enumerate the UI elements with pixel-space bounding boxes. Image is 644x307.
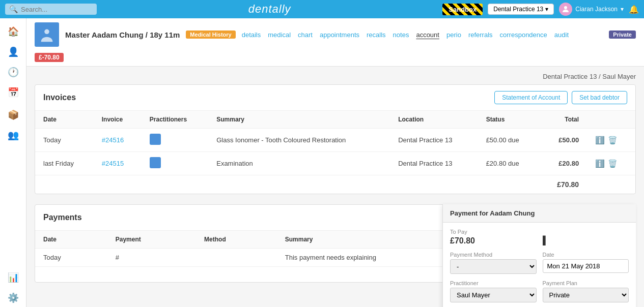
plan-col: Payment Plan Private xyxy=(543,280,629,302)
medical-history-badge[interactable]: Medical History xyxy=(186,30,235,39)
col-practitioners: Practitioners xyxy=(142,111,208,129)
invoice-date-1: Today xyxy=(35,129,94,152)
app-logo: dentally xyxy=(102,3,437,16)
sidebar-item-home[interactable]: 🏠 xyxy=(3,22,23,41)
delete-icon-1[interactable]: 🗑️ xyxy=(608,136,618,145)
user-name: Ciaran Jackson xyxy=(575,6,618,13)
total-actions-cell xyxy=(587,175,635,194)
invoice-location-1: Dental Practice 13 xyxy=(390,129,478,152)
nav-chart[interactable]: chart xyxy=(298,31,313,39)
set-bad-debtor-button[interactable]: Set bad debtor xyxy=(572,91,627,104)
info-icon-1[interactable]: ℹ️ xyxy=(595,136,605,145)
nav-perio[interactable]: perio xyxy=(446,31,461,39)
col-actions xyxy=(587,111,635,129)
practitioner-select[interactable]: Saul Mayer xyxy=(450,288,537,302)
sandbox-badge: Sandbox xyxy=(442,4,483,15)
notification-bell-icon[interactable]: 🔔 xyxy=(629,5,639,14)
invoices-table-header-row: Date Invoice Practitioners Summary Locat… xyxy=(35,111,635,129)
payment-date-input[interactable] xyxy=(543,259,629,273)
practice-selector[interactable]: Dental Practice 13 ▾ xyxy=(488,4,554,15)
invoice-practitioner-1 xyxy=(142,129,208,152)
nav-recalls[interactable]: recalls xyxy=(367,31,386,39)
invoice-status-1: £50.00 due xyxy=(478,129,540,152)
invoice-total-1: £50.00 xyxy=(540,129,587,152)
invoice-practitioner-2 xyxy=(142,152,208,175)
practitioner-icon-1 xyxy=(150,134,161,145)
pay-col-method: Method xyxy=(196,231,277,249)
plan-select[interactable]: Private xyxy=(543,288,629,302)
sidebar-item-reports[interactable]: 📊 xyxy=(3,268,23,287)
payment-popup: Payment for Aadam Chung To Pay £70.80 Pa… xyxy=(442,204,636,307)
search-input[interactable] xyxy=(21,6,92,13)
practitioner-icon-2 xyxy=(150,157,161,168)
invoices-grand-total: £70.80 xyxy=(540,175,587,194)
search-box[interactable]: 🔍 xyxy=(5,4,97,15)
sidebar-item-settings[interactable]: ⚙️ xyxy=(3,289,23,307)
sidebar-item-contacts[interactable]: 👥 xyxy=(3,126,23,144)
col-total: Total xyxy=(540,111,587,129)
col-summary: Summary xyxy=(208,111,390,129)
sidebar-item-history[interactable]: 🕐 xyxy=(3,63,23,81)
plan-label: Payment Plan xyxy=(543,280,629,286)
delete-icon-2[interactable]: 🗑️ xyxy=(608,159,618,168)
nav-notes[interactable]: notes xyxy=(393,31,409,39)
nav-appointments[interactable]: appointments xyxy=(320,31,359,39)
nav-details[interactable]: details xyxy=(242,31,261,39)
sidebar-item-inbox[interactable]: 📦 xyxy=(3,106,23,124)
payment-date-label: Date xyxy=(543,252,629,258)
invoice-number-2[interactable]: #24515 xyxy=(94,152,142,175)
main-layout: 🏠 👤 🕐 📅 📦 👥 📊 ⚙️ Master Aadam Chung / 18… xyxy=(0,18,644,307)
nav-account[interactable]: account xyxy=(416,31,439,39)
pay-col-payment: Payment xyxy=(107,231,196,249)
patient-name: Master Aadam Chung / 18y 11m xyxy=(65,30,180,39)
total-label-cell xyxy=(35,175,540,194)
sidebar-item-patients[interactable]: 👤 xyxy=(3,43,23,61)
invoice-summary-2: Examination xyxy=(208,152,390,175)
practice-dentist-info: Dental Practice 13 / Saul Mayer xyxy=(543,73,636,80)
invoice-number-1[interactable]: #24516 xyxy=(94,129,142,152)
info-icon-2[interactable]: ℹ️ xyxy=(595,159,605,168)
invoices-table: Date Invoice Practitioners Summary Locat… xyxy=(35,111,635,194)
payment-date-1: Today xyxy=(35,249,107,267)
payment-popup-title: Payment for Aadam Chung xyxy=(450,209,535,217)
invoice-status-2: £20.80 due xyxy=(478,152,540,175)
to-pay-field: To Pay £70.80 xyxy=(450,229,629,245)
nav-correspondence[interactable]: correspondence xyxy=(500,31,547,39)
payment-popup-header: Payment for Aadam Chung xyxy=(443,204,636,223)
payment-method-1 xyxy=(196,249,277,267)
col-location: Location xyxy=(390,111,478,129)
payment-method-label: Payment Method xyxy=(450,252,537,258)
statement-of-account-button[interactable]: Statement of Account xyxy=(494,91,568,104)
nav-medical[interactable]: medical xyxy=(268,31,291,39)
invoice-row-1: Today #24516 Glass Ionomer - Tooth Colou… xyxy=(35,129,635,152)
invoices-header: Invoices Statement of Account Set bad de… xyxy=(35,85,635,111)
main-content: Dental Practice 13 / Saul Mayer Invoices… xyxy=(26,67,644,301)
patient-avatar xyxy=(35,22,59,47)
invoices-title: Invoices xyxy=(43,93,76,102)
practice-name: Dental Practice 13 xyxy=(493,6,543,13)
to-pay-label: To Pay xyxy=(450,229,629,235)
payment-date-col: Date xyxy=(543,252,629,274)
invoice-total-2: £20.80 xyxy=(540,152,587,175)
practitioner-plan-row: Practitioner Saul Mayer Payment Plan Pri… xyxy=(450,280,629,302)
invoice-location-2: Dental Practice 13 xyxy=(390,152,478,175)
invoice-row-2: last Friday #24515 Examination Dental Pr… xyxy=(35,152,635,175)
user-dropdown-icon: ▾ xyxy=(621,6,624,13)
top-bar: 🔍 dentally Sandbox Dental Practice 13 ▾ … xyxy=(0,0,644,18)
payment-method-select[interactable]: - Cash Card xyxy=(450,259,537,274)
nav-referrals[interactable]: referrals xyxy=(468,31,493,39)
user-menu[interactable]: Ciaran Jackson ▾ xyxy=(559,3,624,16)
payments-section-wrapper: Payments Take payment Date Payment Metho… xyxy=(35,204,636,283)
payments-title: Payments xyxy=(43,213,82,222)
nav-audit[interactable]: audit xyxy=(554,31,569,39)
practitioner-col: Practitioner Saul Mayer xyxy=(450,280,537,302)
svg-point-2 xyxy=(44,29,49,35)
sidebar-item-calendar[interactable]: 📅 xyxy=(3,83,23,102)
practitioner-label: Practitioner xyxy=(450,280,537,286)
patient-header: Master Aadam Chung / 18y 11m Medical His… xyxy=(26,18,644,67)
payment-number-1: # xyxy=(107,249,196,267)
invoice-date-2: last Friday xyxy=(35,152,94,175)
to-pay-value: £70.80 xyxy=(450,236,629,245)
invoice-actions-2: ℹ️ 🗑️ xyxy=(587,152,635,175)
pay-col-date: Date xyxy=(35,231,107,249)
